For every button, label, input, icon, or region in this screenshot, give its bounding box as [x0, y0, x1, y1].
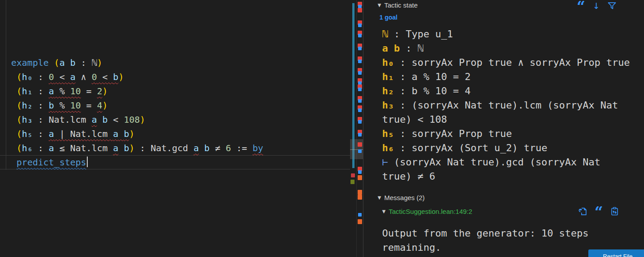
code-token: [65, 57, 70, 68]
code-token: 108: [124, 114, 140, 125]
collapse-arrow-icon[interactable]: ▼: [378, 195, 381, 200]
hypothesis-row[interactable]: h₆ : sorryAx (Sort u_2) true: [382, 141, 632, 155]
code-token: %: [54, 86, 70, 96]
blue-marker: [358, 24, 362, 27]
hypothesis-row[interactable]: a b : ℕ: [382, 41, 632, 56]
code-token: Nat.gcd: [151, 143, 193, 153]
code-token: <: [54, 72, 70, 82]
code-token: :=: [231, 143, 253, 153]
blue-marker: [358, 120, 362, 124]
code-token: ): [102, 86, 108, 96]
indent-guide: [6, 0, 6, 170]
hypothesis-body: (sorryAx Nat true).gcd (sorryAx Nat true…: [382, 157, 606, 182]
hypothesis-row[interactable]: h₀ : sorryAx Prop true ∧ sorryAx Prop tr…: [382, 56, 632, 70]
code-token: [11, 100, 16, 111]
code-token: [11, 86, 16, 96]
code-token: a: [92, 114, 97, 125]
message-toolbar: “: [579, 206, 619, 216]
editor-overview-ruler[interactable]: [350, 0, 363, 257]
code-line[interactable]: (h₀ : 0 < a ∧ 0 < b): [11, 70, 263, 84]
code-token: Nat.lcm: [49, 114, 91, 125]
message-location-link[interactable]: TacticSuggestion.lean:149:2: [389, 208, 473, 215]
code-token: [11, 128, 16, 139]
code-token: by: [253, 143, 263, 153]
code-token: [11, 114, 16, 125]
hypothesis-row[interactable]: ℕ : Type u_1: [382, 27, 632, 41]
blue-marker: [358, 108, 362, 112]
code-token: Nat.lcm: [70, 128, 107, 139]
code-token: (: [16, 128, 22, 139]
goal-row[interactable]: ⊢ (sorryAx Nat true).gcd (sorryAx Nat tr…: [382, 155, 632, 184]
clipboard-icon[interactable]: [610, 207, 619, 216]
code-line[interactable]: (h₅ : a | Nat.lcm a b): [11, 127, 263, 141]
code-token: [49, 57, 54, 68]
tactic-state-header[interactable]: ▼ Tactic state: [378, 1, 418, 9]
orange-marker: [358, 190, 362, 195]
code-editor[interactable]: example (a b : ℕ) (h₀ : 0 < a ∧ 0 < b) (…: [0, 0, 350, 257]
code-token: <: [97, 72, 113, 82]
code-token: [11, 143, 16, 153]
green-marker: [351, 180, 355, 184]
code-token: a: [59, 57, 65, 68]
code-token: predict_steps: [16, 157, 86, 168]
collapse-arrow-icon[interactable]: ▼: [382, 209, 386, 214]
code-line[interactable]: example (a b : ℕ): [11, 56, 263, 70]
code-token: 6: [226, 143, 231, 153]
goto-file-icon[interactable]: [579, 207, 587, 216]
code-token: =: [81, 86, 97, 96]
messages-header[interactable]: ▼ Messages (2): [378, 194, 425, 201]
code-token: a: [113, 128, 118, 139]
hypothesis-row[interactable]: h₃ : (sorryAx Nat true).lcm (sorryAx Nat…: [382, 98, 632, 127]
code-token: ): [140, 114, 145, 125]
code-line[interactable]: (h₆ : a ≤ Nat.lcm a b) : Nat.gcd a b ≠ 6…: [11, 141, 263, 155]
red-marker: [358, 8, 362, 12]
hypothesis-name: h₂: [382, 85, 394, 96]
code-token: ): [129, 143, 135, 153]
message-item-header[interactable]: ▼ TacticSuggestion.lean:149:2: [382, 208, 472, 215]
code-token: h₂: [22, 100, 33, 111]
hypothesis-row[interactable]: h₁ : a % 10 = 2: [382, 70, 632, 84]
tactic-state-toolbar: “ ↓: [577, 0, 616, 12]
hypothesis-row[interactable]: h₅ : sorryAx Prop true: [382, 127, 632, 141]
code-token: =: [81, 100, 97, 111]
hypothesis-name: h₁: [382, 71, 394, 82]
code-token: h₃: [22, 114, 33, 125]
code-token: h₆: [22, 143, 33, 153]
lean-infoview-panel: ▼ Tactic state “ ↓ 1 goal ℕ : Type u_1a …: [363, 0, 644, 257]
code-token: :: [33, 86, 49, 96]
code-line[interactable]: (h₂ : b % 10 = 4): [11, 98, 263, 112]
code-token: ): [118, 72, 124, 82]
orange-marker: [358, 219, 362, 224]
collapse-arrow-icon[interactable]: ▼: [378, 3, 381, 8]
turnstile-symbol: ⊢: [382, 157, 388, 168]
code-token: a: [70, 72, 75, 82]
hypothesis-row[interactable]: h₂ : b % 10 = 4: [382, 84, 632, 98]
quote-icon[interactable]: “: [577, 1, 585, 11]
blue-marker: [358, 149, 362, 153]
quote-icon[interactable]: “: [595, 206, 603, 216]
code-area[interactable]: example (a b : ℕ) (h₀ : 0 < a ∧ 0 < b) (…: [11, 56, 263, 169]
filter-icon[interactable]: [607, 1, 616, 10]
code-line[interactable]: (h₁ : a % 10 = 2): [11, 84, 263, 98]
restart-file-button[interactable]: Restart File: [588, 249, 644, 257]
code-token: [118, 143, 124, 153]
code-token: ≤: [54, 143, 70, 153]
code-line[interactable]: (h₃ : Nat.lcm a b < 108): [11, 112, 263, 127]
code-token: ): [97, 57, 102, 68]
code-token: [108, 128, 113, 139]
code-token: ): [102, 100, 108, 111]
arrow-down-icon[interactable]: ↓: [593, 1, 600, 11]
code-line[interactable]: predict_steps: [11, 155, 263, 169]
blue-marker: [358, 99, 362, 103]
code-token: 0: [92, 72, 97, 82]
code-token: b: [113, 72, 118, 82]
hypothesis-body: : (sorryAx Nat true).lcm (sorryAx Nat tr…: [382, 100, 624, 125]
code-token: ≠: [210, 143, 226, 153]
code-token: b: [204, 143, 210, 153]
code-token: :: [33, 143, 49, 153]
code-token: :: [135, 143, 151, 153]
code-token: 4: [97, 100, 102, 111]
text-cursor: [87, 157, 88, 167]
hypothesis-body: : sorryAx Prop true: [394, 128, 512, 139]
code-token: (: [16, 114, 22, 125]
